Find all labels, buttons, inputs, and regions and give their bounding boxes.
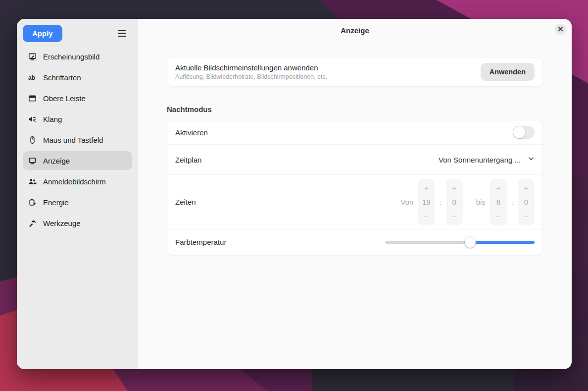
hamburger-menu-icon[interactable] bbox=[116, 28, 128, 39]
sidebar-item-label: Erscheinungsbild bbox=[43, 53, 99, 61]
to-hour-decrement-button[interactable]: − bbox=[496, 210, 500, 223]
sidebar-item-schriftarten[interactable]: ab Schriftarten bbox=[23, 68, 132, 87]
times-to-word: bis bbox=[476, 198, 486, 206]
from-minute-spinner: + 0 − bbox=[446, 179, 463, 225]
apply-card-title: Aktuelle Bildschirmeinstellungen anwende… bbox=[175, 63, 481, 72]
sidebar-item-label: Anmeldebildschirm bbox=[43, 177, 106, 186]
sidebar-menu: Erscheinungsbild ab Schriftarten Obere L… bbox=[23, 47, 132, 232]
sidebar-item-erscheinungsbild[interactable]: Erscheinungsbild bbox=[23, 47, 132, 66]
times-to-group: + 6 − : + 0 − bbox=[490, 179, 535, 225]
time-colon: : bbox=[439, 198, 441, 206]
to-hour-value: 6 bbox=[496, 195, 500, 210]
to-hour-increment-button[interactable]: + bbox=[496, 181, 500, 195]
from-minute-value: 0 bbox=[452, 195, 456, 210]
from-hour-value: 19 bbox=[422, 195, 431, 210]
sidebar-item-label: Schriftarten bbox=[43, 73, 81, 82]
from-hour-decrement-button[interactable]: − bbox=[424, 210, 429, 223]
main-header: Anzeige bbox=[138, 19, 572, 42]
toggle-knob bbox=[513, 126, 525, 138]
schedule-label: Zeitplan bbox=[175, 156, 439, 164]
anwenden-button[interactable]: Anwenden bbox=[481, 63, 535, 81]
speaker-icon bbox=[28, 115, 37, 123]
chevron-down-icon bbox=[528, 155, 535, 164]
slider-thumb[interactable] bbox=[465, 237, 476, 248]
display-edit-icon bbox=[28, 53, 37, 61]
times-row: Zeiten Von + 19 − : bbox=[167, 174, 542, 229]
apply-button[interactable]: Apply bbox=[23, 25, 62, 42]
sidebar-header: Apply bbox=[23, 25, 132, 42]
apply-display-settings-card: Aktuelle Bildschirmeinstellungen anwende… bbox=[167, 57, 543, 87]
users-icon bbox=[28, 177, 37, 186]
schedule-dropdown-value: Von Sonnenuntergang ... bbox=[439, 156, 521, 164]
sidebar-item-anzeige[interactable]: Anzeige bbox=[23, 151, 132, 170]
activate-toggle[interactable] bbox=[513, 126, 535, 139]
hammer-icon bbox=[28, 219, 37, 227]
to-minute-increment-button[interactable]: + bbox=[524, 181, 529, 195]
times-controls: Von + 19 − : + 0 bbox=[401, 179, 535, 225]
times-from-word: Von bbox=[401, 198, 414, 206]
color-temperature-label: Farbtemperatur bbox=[175, 238, 385, 246]
desktop: Apply Erscheinungsbild ab Schriftarten bbox=[0, 0, 588, 391]
times-from-group: + 19 − : + 0 − bbox=[418, 179, 462, 225]
sidebar-item-label: Klang bbox=[43, 115, 62, 123]
main-panel: Anzeige Aktuelle Bildschirmeinstellungen… bbox=[138, 19, 572, 369]
to-minute-decrement-button[interactable]: − bbox=[524, 210, 529, 223]
svg-text:ab: ab bbox=[28, 74, 35, 81]
schedule-dropdown[interactable]: Von Sonnenuntergang ... bbox=[439, 155, 535, 164]
sidebar-item-obere-leiste[interactable]: Obere Leiste bbox=[23, 89, 132, 108]
to-minute-value: 0 bbox=[524, 195, 528, 210]
content: Aktuelle Bildschirmeinstellungen anwende… bbox=[167, 57, 543, 255]
apply-card-texts: Aktuelle Bildschirmeinstellungen anwende… bbox=[175, 63, 481, 80]
from-minute-decrement-button[interactable]: − bbox=[452, 210, 456, 223]
activate-label: Aktivieren bbox=[175, 128, 513, 137]
sidebar-item-anmeldebildschirm[interactable]: Anmeldebildschirm bbox=[23, 172, 132, 191]
fonts-icon: ab bbox=[28, 73, 37, 82]
close-button[interactable] bbox=[555, 24, 566, 35]
battery-icon bbox=[28, 198, 37, 207]
sidebar-item-label: Anzeige bbox=[43, 157, 70, 165]
color-temperature-slider[interactable] bbox=[385, 237, 535, 248]
slider-track bbox=[385, 241, 535, 244]
nachtmodus-heading: Nachtmodus bbox=[167, 105, 543, 113]
to-hour-spinner: + 6 − bbox=[490, 179, 507, 225]
display-icon bbox=[28, 157, 37, 165]
color-temperature-row: Farbtemperatur bbox=[167, 229, 542, 255]
sidebar-item-label: Obere Leiste bbox=[43, 94, 86, 103]
from-minute-increment-button[interactable]: + bbox=[452, 181, 456, 195]
to-minute-spinner: + 0 − bbox=[518, 179, 535, 225]
sidebar-item-maus-und-tastfeld[interactable]: Maus und Tastfeld bbox=[23, 130, 132, 149]
from-hour-increment-button[interactable]: + bbox=[424, 181, 429, 195]
schedule-row: Zeitplan Von Sonnenuntergang ... bbox=[167, 144, 542, 174]
mouse-icon bbox=[28, 136, 37, 144]
close-icon bbox=[558, 26, 563, 33]
nachtmodus-card: Aktivieren Zeitplan Von Sonnenuntergang … bbox=[167, 120, 543, 255]
sidebar-item-label: Maus und Tastfeld bbox=[43, 136, 103, 144]
sidebar: Apply Erscheinungsbild ab Schriftarten bbox=[17, 19, 138, 369]
sidebar-item-klang[interactable]: Klang bbox=[23, 110, 132, 128]
page-title: Anzeige bbox=[341, 26, 369, 35]
sidebar-item-label: Werkzeuge bbox=[43, 219, 81, 227]
apply-card-subtitle: Auflösung, Bildwiederholrate, Bildschirm… bbox=[175, 73, 481, 80]
times-label: Zeiten bbox=[175, 198, 401, 206]
sidebar-item-werkzeuge[interactable]: Werkzeuge bbox=[23, 214, 132, 232]
top-bar-icon bbox=[28, 94, 37, 103]
sidebar-item-label: Energie bbox=[43, 198, 69, 207]
activate-row: Aktivieren bbox=[167, 120, 542, 144]
time-colon: : bbox=[511, 198, 513, 206]
from-hour-spinner: + 19 − bbox=[418, 179, 435, 225]
sidebar-item-energie[interactable]: Energie bbox=[23, 193, 132, 212]
settings-window: Apply Erscheinungsbild ab Schriftarten bbox=[17, 19, 572, 369]
